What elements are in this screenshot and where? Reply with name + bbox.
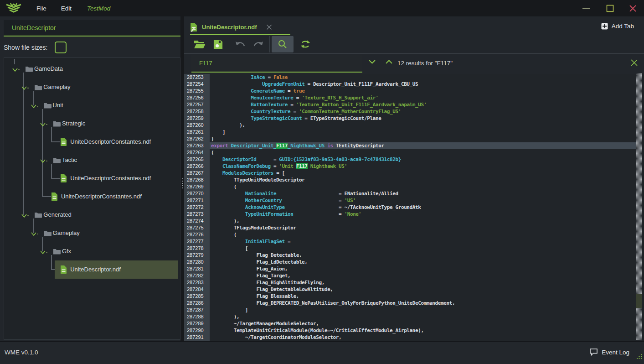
code-token: ), [211, 122, 245, 128]
open-file-button[interactable] [191, 36, 209, 52]
code-line[interactable]: TFlagsModuleDescriptor [210, 224, 636, 231]
tree-expander[interactable] [40, 157, 47, 166]
tree-folder-gfx[interactable]: Gfx [4, 242, 180, 260]
tab-close-button[interactable] [266, 24, 272, 30]
line-number: 287286 [184, 300, 210, 307]
code-line[interactable]: Flag_HighAltitudeFlying, [210, 279, 636, 286]
code-line[interactable]: TypeUnitFormation = 'None' [210, 211, 636, 218]
maximize-button[interactable] [599, 0, 620, 16]
folder-icon [44, 230, 52, 238]
tree-folder-strategic[interactable]: Strategic [4, 114, 180, 133]
tree-file-unitedescriptorconstantes-ndf[interactable]: UniteDescriptorConstantes.ndf [4, 169, 180, 187]
undo-button[interactable] [231, 36, 249, 52]
code-line[interactable]: ~/TargetCoordinatorModuleSelector, [210, 334, 636, 341]
event-log-button[interactable]: Event Log [589, 348, 629, 356]
tree-file-unitedescriptorconstantes-ndf[interactable]: UniteDescriptorConstantes.ndf [4, 187, 180, 206]
code-token: GUID:{1523af83-9a53-4a03-aca9-7c478431c8… [279, 156, 401, 162]
code-line[interactable]: Flag_DetectableLowAltitude, [210, 286, 636, 293]
show-file-sizes-checkbox[interactable] [55, 42, 67, 53]
code-line[interactable]: TTypeUnitModuleDescriptor [210, 177, 636, 183]
code-line[interactable]: MenuIconTexture = 'Texture_RTS_H_Support… [210, 94, 636, 101]
line-number: 287263 [184, 142, 210, 149]
tree-file-unitedescriptor-ndf[interactable]: UniteDescriptor.ndf [4, 260, 180, 279]
minimize-button[interactable] [576, 0, 597, 16]
code-line[interactable]: ), [210, 122, 636, 129]
code-line[interactable]: UpgradeFromUnit = Descriptor_Unit_F111F_… [210, 81, 636, 88]
code-line[interactable]: ), [210, 313, 636, 320]
code-line[interactable]: Flag_LdDetectable, [210, 259, 636, 265]
tree-expander[interactable] [31, 103, 38, 111]
refresh-button[interactable] [296, 36, 314, 52]
search-input[interactable] [191, 55, 362, 72]
resize-grip-icon[interactable] [635, 353, 643, 362]
code-line[interactable]: ButtonTexture = 'Texture_Button_Unit_F11… [210, 101, 636, 108]
tree-expander[interactable] [31, 230, 38, 239]
tree-folder-gamedata[interactable]: GameData [4, 60, 180, 78]
tree-folder-unit[interactable]: Unit [4, 96, 180, 114]
code-token: is [327, 143, 333, 149]
tree-file-unitedescriptorconstantes-ndf[interactable]: UniteDescriptorConstantes.ndf [4, 133, 180, 151]
tree-folder-generated[interactable]: Generated [4, 206, 180, 224]
tab-unitedescriptor[interactable]: UniteDescriptor.ndf [190, 20, 290, 35]
code-line[interactable]: Flag_Target, [210, 272, 636, 279]
code-line[interactable]: TemplateUnitCriticalModule(Module=~/Crit… [210, 327, 636, 334]
code-line[interactable]: MotherCountry = 'US' [210, 197, 636, 204]
code-line[interactable]: Flag_Avion, [210, 265, 636, 272]
save-button[interactable] [209, 36, 227, 52]
close-icon [629, 5, 637, 12]
menu-file[interactable]: File [36, 5, 46, 12]
add-tab-button[interactable]: Add Tab [601, 23, 634, 30]
menu-edit[interactable]: Edit [61, 5, 72, 12]
scrollbar-thumb[interactable] [636, 294, 642, 308]
redo-button[interactable] [249, 36, 268, 52]
tree-expander[interactable] [21, 84, 29, 93]
file-filter-box [4, 20, 180, 36]
tree-expander[interactable] [12, 66, 20, 74]
code-line-current[interactable]: export Descriptor_Unit_F117_Nighthawk_US… [210, 142, 636, 149]
code-editor[interactable]: IsAce = False UpgradeFromUnit = Descript… [210, 74, 636, 341]
code-token: Nationalite [245, 191, 276, 197]
code-line[interactable]: TypeStrategicCount = ETypeStrategicCount… [210, 115, 636, 122]
code-line[interactable]: ClassNameForDebug = 'Unit_F117_Nighthawk… [210, 163, 636, 170]
tree-folder-tactic[interactable]: Tactic [4, 151, 180, 169]
tree-expander[interactable] [40, 249, 47, 257]
code-line[interactable]: Flag_Blessable, [210, 293, 636, 300]
code-line[interactable]: ] [210, 129, 636, 135]
code-line[interactable]: ( [210, 183, 636, 190]
code-line[interactable]: [ [210, 245, 636, 252]
mod-name[interactable]: TestMod [87, 5, 110, 12]
code-line[interactable]: Nationalite = ENationalite/Allied [210, 190, 636, 197]
code-line[interactable]: IsAce = False [210, 74, 636, 81]
folder-icon [44, 102, 52, 109]
tree-folder-gameplay[interactable]: Gameplay [4, 78, 180, 96]
code-line[interactable]: ( [210, 149, 636, 156]
code-line[interactable]: DescriptorId = GUID:{1523af83-9a53-4a03-… [210, 156, 636, 163]
tree-folder-gameplay[interactable]: Gameplay [4, 224, 180, 242]
code-line[interactable]: ), [210, 218, 636, 224]
code-line[interactable]: ModulesDescriptors = [ [210, 170, 636, 177]
next-result-button[interactable] [368, 59, 376, 64]
search-close-button[interactable] [630, 59, 638, 67]
code-line[interactable]: ( [210, 231, 636, 238]
code-line[interactable]: GenerateName = true [210, 88, 636, 94]
close-button[interactable] [622, 0, 643, 16]
code-line[interactable]: ] [210, 307, 636, 313]
code-token: = [293, 95, 302, 101]
code-line[interactable]: AcknowUnitType = ~/TAcknowUnitType_Groun… [210, 204, 636, 211]
vertical-scrollbar[interactable] [636, 73, 642, 340]
file-filter-input[interactable] [4, 20, 180, 36]
code-line[interactable]: Flag_Detectable, [210, 252, 636, 259]
tree-expander[interactable] [40, 121, 47, 129]
code-token: Flag_DEPRECATED_NePasUtiliser_OnlyForBri… [211, 300, 455, 306]
folder-icon [53, 120, 61, 129]
code-line[interactable]: Flag_DEPRECATED_NePasUtiliser_OnlyForBri… [210, 300, 636, 307]
search-toggle-button[interactable] [272, 36, 294, 52]
previous-result-button[interactable] [385, 59, 393, 64]
code-line[interactable]: CountryTexture = 'CommonTexture_MotherCo… [210, 108, 636, 115]
tree-expander[interactable] [21, 212, 29, 220]
line-number: 287277 [184, 238, 210, 245]
code-line[interactable]: ~/TargetManagerModuleSelector, [210, 320, 636, 327]
code-line[interactable]: InitialFlagSet = [210, 238, 636, 245]
code-line[interactable]: ) [210, 135, 636, 142]
panel-splitter[interactable] [180, 16, 184, 341]
